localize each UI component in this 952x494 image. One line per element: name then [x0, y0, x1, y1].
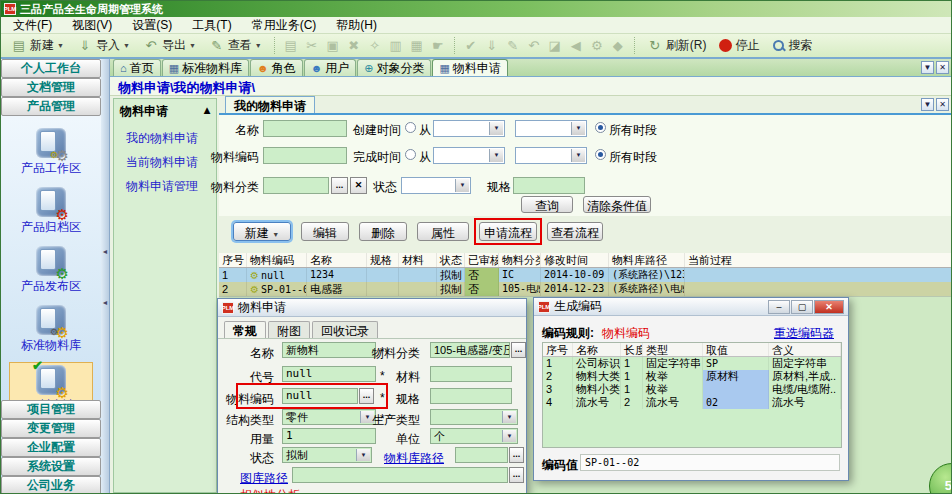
sidebar-section-document-mgmt[interactable]: 文档管理 — [1, 78, 101, 97]
finish-alltime-radio[interactable] — [595, 149, 606, 160]
spec-input[interactable] — [513, 177, 585, 194]
view-flow-button[interactable]: 查看流程 — [547, 222, 603, 241]
edit-button[interactable]: 编辑 — [301, 222, 349, 241]
stop-button[interactable]: 停止 — [715, 36, 763, 55]
toolbar-view-button[interactable]: ✎查看▼ — [205, 36, 266, 55]
col-header[interactable]: 序号 — [219, 253, 247, 267]
new-button[interactable]: 新建 ▼ — [233, 222, 291, 241]
material-class-clear-button[interactable]: ✕ — [350, 177, 367, 194]
unit-select[interactable]: 个▼ — [430, 428, 518, 444]
status-select[interactable]: 拟制▼ — [282, 447, 372, 463]
minimize-button[interactable]: – — [768, 300, 790, 314]
panel-dropdown-button[interactable]: ▼ — [921, 98, 934, 111]
table-row[interactable]: 4 流水号 2 流水号 02 流水号 — [543, 396, 841, 409]
sidebar-section-company-business[interactable]: 公司业务 — [1, 476, 101, 494]
sidebar-section-system-settings[interactable]: 系统设置 — [1, 457, 101, 476]
structure-type-select[interactable]: 零件▼ — [282, 409, 376, 425]
dialog-title-bar[interactable]: PLM 物料申请 — [218, 299, 526, 317]
finish-from-radio[interactable] — [405, 149, 416, 160]
dialog-tab-attachments[interactable]: 附图 — [268, 321, 310, 338]
value-cell-selected[interactable] — [703, 383, 769, 396]
dialog-tab-recycle[interactable]: 回收记录 — [312, 321, 378, 338]
tab-standard-material-lib[interactable]: ▦标准物料库 — [162, 59, 249, 76]
sidebar-item-product-workspace[interactable]: ⚙⚙ 产品工作区 — [9, 126, 93, 179]
col-header[interactable]: 物料分类 — [499, 253, 541, 267]
finish-to-date-select[interactable]: ▼ — [515, 147, 587, 164]
sidebar-splitter[interactable]: ◄ ◄ — [101, 59, 110, 494]
clear-conditions-button[interactable]: 清除条件值 — [583, 196, 651, 213]
created-to-date-select[interactable]: ▼ — [515, 120, 587, 137]
sidebar-section-enterprise-config[interactable]: 企业配置 — [1, 438, 101, 457]
reselect-coder-link[interactable]: 重选编码器 — [774, 325, 834, 342]
spec-input[interactable] — [430, 388, 512, 404]
tab-users[interactable]: ☻用户 — [304, 59, 357, 76]
close-button[interactable]: ✕ — [814, 300, 844, 314]
toolbar-new-button[interactable]: ▤新建▼ — [7, 36, 68, 55]
dialog-tab-general[interactable]: 常规 — [224, 321, 266, 338]
sidebar-item-material-request[interactable]: ✔⚙ 物料申请 — [9, 362, 93, 400]
menu-help[interactable]: 帮助(H) — [336, 17, 377, 34]
sidebar-section-product-mgmt[interactable]: 产品管理 — [1, 97, 101, 116]
table-row[interactable]: 2 ⚙SP-01--01 电感器 拟制 否 105-电感.. 2014-12-2… — [219, 282, 952, 296]
material-input[interactable] — [430, 366, 512, 382]
sidebar-item-standard-material-lib[interactable]: ⚙⚙ 标准物料库 — [9, 303, 93, 356]
col-header[interactable]: 状态 — [437, 253, 465, 267]
material-lib-path-browse-button[interactable]: ... — [509, 447, 524, 463]
col-header[interactable]: 物料编码 — [247, 253, 307, 267]
sidebar-section-project-mgmt[interactable]: 项目管理 — [1, 400, 101, 419]
query-button[interactable]: 查询 — [521, 196, 573, 213]
sidebar-item-product-release[interactable]: ⚙ 产品发布区 — [9, 244, 93, 297]
sidebar-section-change-mgmt[interactable]: 变更管理 — [1, 419, 101, 438]
material-class-input[interactable] — [263, 177, 329, 194]
nav-item-my-material-requests[interactable]: 我的物料申请 — [114, 126, 216, 150]
nav-item-material-request-mgmt[interactable]: 物料申请管理 — [114, 174, 216, 198]
created-from-radio[interactable] — [405, 122, 416, 133]
toolbar-export-button[interactable]: ↶导出▼ — [139, 36, 200, 55]
properties-button[interactable]: 属性 — [417, 222, 469, 241]
col-header[interactable]: 修改时间 — [541, 253, 609, 267]
sidebar-item-product-archive[interactable]: ⚙ 产品归档区 — [9, 185, 93, 238]
col-header[interactable]: 材料 — [399, 253, 437, 267]
delete-button[interactable]: 删除 — [359, 222, 407, 241]
table-row[interactable]: 3 物料小类 1 枚举 电缆/电缆附.. — [543, 383, 841, 396]
col-header[interactable]: 名称 — [307, 253, 367, 267]
value-cell-selected[interactable]: 原材料 — [703, 370, 769, 383]
tab-object-classes[interactable]: ⊕对象分类 — [357, 59, 431, 76]
status-select[interactable]: ▼ — [401, 177, 471, 194]
refresh-button[interactable]: ↻刷新(R) — [643, 36, 711, 55]
tab-roles[interactable]: ☻角色 — [250, 59, 303, 76]
nav-item-current-material-requests[interactable]: 当前物料申请 — [114, 150, 216, 174]
tab-list-dropdown-button[interactable]: ▼ — [921, 61, 934, 74]
panel-tab-my-material-requests[interactable]: 我的物料申请 — [225, 96, 315, 113]
col-header[interactable]: 当前过程 — [685, 253, 952, 267]
maximize-button[interactable]: ▢ — [791, 300, 813, 314]
col-header[interactable]: 已审核 — [465, 253, 499, 267]
material-class-browse-button[interactable]: ... — [331, 177, 348, 194]
col-header[interactable]: 规格 — [367, 253, 399, 267]
material-lib-path-link[interactable]: 物料库路径 — [384, 450, 444, 467]
collapse-icon[interactable]: ▴ — [204, 103, 210, 120]
material-class-browse-button[interactable]: ... — [511, 342, 526, 358]
panel-close-button[interactable]: ✕ — [936, 98, 949, 111]
material-code-input[interactable] — [263, 147, 347, 164]
apply-flow-button[interactable]: 申请流程 — [479, 222, 537, 241]
menu-tools[interactable]: 工具(T) — [192, 17, 231, 34]
drawing-lib-path-link[interactable]: 图库路径 — [240, 470, 288, 487]
tab-material-request[interactable]: ▦物料申请 — [432, 59, 507, 76]
table-row[interactable]: 1 公司标识 1 固定字符串 SP 固定字符串 — [543, 357, 841, 370]
tab-home[interactable]: ⌂首页 — [113, 59, 161, 76]
created-from-date-select[interactable]: ▼ — [433, 120, 505, 137]
menu-view[interactable]: 视图(V) — [72, 17, 112, 34]
name-input[interactable] — [263, 120, 347, 137]
menu-settings[interactable]: 设置(S) — [132, 17, 172, 34]
sidebar-section-personal-workspace[interactable]: 个人工作台 — [1, 59, 101, 78]
table-row[interactable]: 2 物料大类 1 枚举 原材料 原材料,半成.. — [543, 370, 841, 383]
material-class-input[interactable]: 105-电感器/变压器/E — [430, 342, 510, 358]
similarity-analysis-link[interactable]: 相似性分析 — [240, 487, 300, 494]
code-value-input[interactable]: SP-01--02 — [580, 454, 840, 471]
finish-from-date-select[interactable]: ▼ — [433, 147, 505, 164]
drawing-lib-path-input[interactable] — [292, 467, 508, 483]
search-button[interactable]: 搜索 — [768, 36, 816, 55]
production-type-select[interactable]: ▼ — [430, 409, 518, 425]
quantity-input[interactable]: 1 — [282, 428, 376, 444]
